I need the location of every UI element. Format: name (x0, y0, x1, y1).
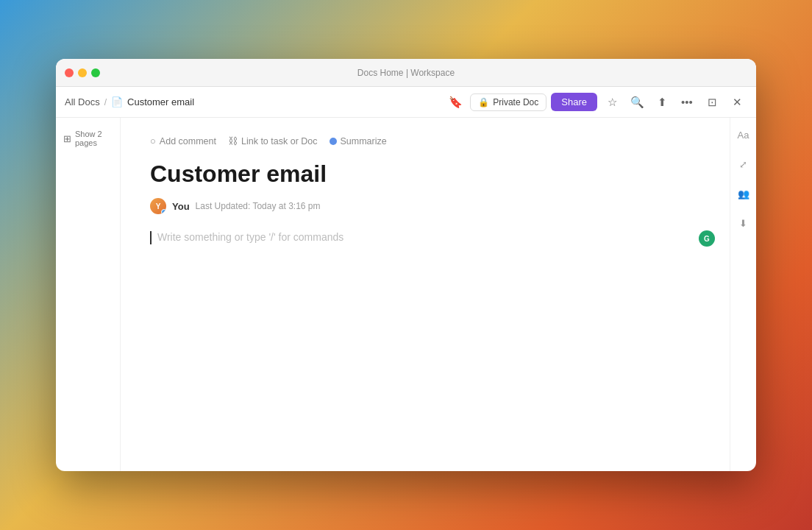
close-doc-button[interactable]: ✕ (727, 92, 747, 113)
expand-button[interactable]: ⤢ (734, 155, 753, 174)
star-icon: ☆ (608, 96, 617, 109)
show-pages-button[interactable]: ⊞ Show 2 pages (63, 128, 113, 149)
private-doc-label: Private Doc (493, 97, 538, 107)
lock-icon: 🔒 (478, 97, 489, 107)
export-icon-btn[interactable]: ⬆ (652, 92, 672, 113)
users-icon: 👥 (738, 188, 749, 199)
document-area: ○ Add comment ⛓ Link to task or Doc Summ… (121, 118, 730, 471)
author-row: Y You Last Updated: Today at 3:16 pm (150, 198, 700, 214)
author-name: You (172, 201, 190, 212)
text-cursor (150, 231, 152, 244)
summarize-button[interactable]: Summarize (330, 136, 387, 146)
users-button[interactable]: 👥 (734, 184, 753, 203)
toolbar: All Docs / 📄 Customer email 🔖 🔒 Private … (56, 87, 756, 118)
content-placeholder: Write something or type '/' for commands (157, 231, 343, 243)
add-comment-label: Add comment (160, 136, 216, 146)
collapse-button[interactable]: ⊡ (702, 92, 722, 113)
breadcrumb-separator: / (104, 97, 107, 107)
doc-icon: 📄 (111, 96, 123, 107)
minimize-button[interactable] (78, 68, 87, 77)
search-icon: 🔍 (630, 96, 644, 109)
avatar-badge (161, 209, 166, 214)
summarize-label: Summarize (341, 136, 387, 146)
download-button[interactable]: ⬇ (734, 213, 753, 233)
last-updated-text: Last Updated: Today at 3:16 pm (196, 201, 321, 211)
left-sidebar: ⊞ Show 2 pages (56, 118, 121, 471)
search-icon-btn[interactable]: 🔍 (627, 92, 647, 113)
link-to-task-button[interactable]: ⛓ Link to task or Doc (228, 135, 318, 146)
format-text-button[interactable]: Aa (734, 125, 753, 144)
active-user-indicator: G (699, 230, 715, 247)
window-controls (56, 68, 100, 77)
titlebar: Docs Home | Workspace (56, 59, 756, 87)
private-doc-button[interactable]: 🔒 Private Doc (470, 93, 546, 111)
add-comment-button[interactable]: ○ Add comment (150, 135, 216, 146)
action-bar: ○ Add comment ⛓ Link to task or Doc Summ… (150, 135, 700, 146)
right-sidebar: Aa ⤢ 👥 ⬇ (730, 118, 756, 471)
avatar: Y (150, 198, 166, 214)
maximize-button[interactable] (91, 68, 100, 77)
document-title[interactable]: Customer email (150, 160, 700, 188)
breadcrumb-current-doc: Customer email (127, 96, 194, 107)
export-icon: ⬆ (658, 96, 667, 109)
comment-icon: ○ (150, 135, 156, 146)
expand-icon: ⤢ (739, 159, 747, 170)
format-text-icon: Aa (738, 130, 749, 141)
window-title: Docs Home | Workspace (357, 68, 455, 78)
download-icon: ⬇ (739, 218, 747, 229)
share-button[interactable]: Share (551, 93, 597, 111)
close-icon: ✕ (733, 96, 742, 109)
more-options-button[interactable]: ••• (677, 92, 697, 113)
app-window: Docs Home | Workspace All Docs / 📄 Custo… (56, 59, 756, 471)
toolbar-actions: 🔖 🔒 Private Doc Share ☆ 🔍 ⬆ ••• ⊡ (445, 92, 747, 113)
avatar-initials: Y (156, 202, 161, 211)
summarize-dot-icon (330, 138, 337, 145)
collapse-icon: ⊡ (708, 96, 717, 109)
bookmark-icon: 🔖 (449, 96, 463, 109)
bookmark-icon-btn[interactable]: 🔖 (445, 92, 466, 113)
star-icon-btn[interactable]: ☆ (602, 92, 622, 113)
link-icon: ⛓ (228, 135, 238, 146)
show-pages-label: Show 2 pages (75, 130, 113, 147)
main-layout: ⊞ Show 2 pages ○ Add comment ⛓ Link to t… (56, 118, 756, 471)
content-area[interactable]: Write something or type '/' for commands… (150, 230, 700, 275)
close-button[interactable] (65, 68, 74, 77)
ellipsis-icon: ••• (681, 96, 693, 108)
breadcrumb: All Docs / 📄 Customer email (65, 96, 439, 107)
pages-icon: ⊞ (63, 133, 71, 144)
link-to-task-label: Link to task or Doc (241, 136, 318, 146)
breadcrumb-all-docs[interactable]: All Docs (65, 96, 100, 107)
